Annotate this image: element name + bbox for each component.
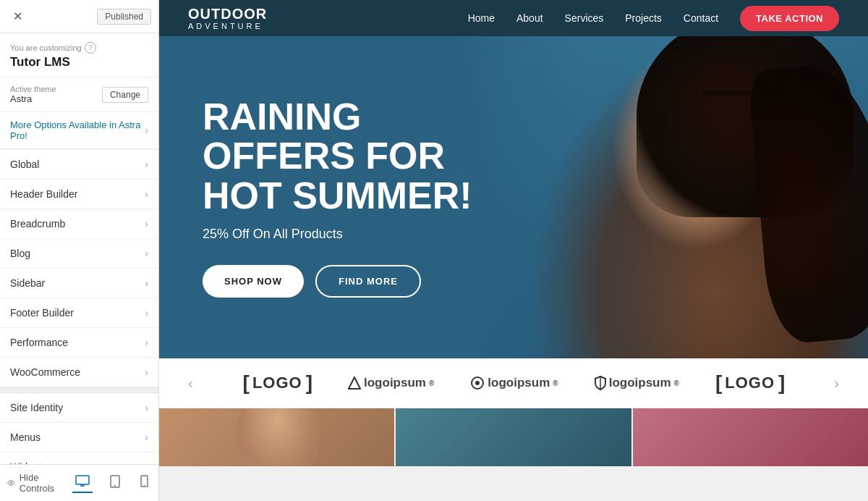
top-bar: ✕ Published <box>0 0 158 33</box>
svg-point-5 <box>114 485 116 487</box>
svg-rect-1 <box>76 476 89 484</box>
nav-services[interactable]: Services <box>565 12 604 24</box>
hero-buttons: SHOP NOW FIND MORE <box>203 265 472 298</box>
card-1 <box>159 408 394 466</box>
menu-item-blog[interactable]: Blog › <box>0 239 158 269</box>
card-3 <box>633 408 868 466</box>
chevron-right-icon: › <box>145 277 148 289</box>
menu-item-breadcrumb[interactable]: Breadcrumb › <box>0 209 158 239</box>
chevron-right-icon: › <box>145 125 148 136</box>
menu-item-header-builder[interactable]: Header Builder › <box>0 180 158 209</box>
eye-icon <box>7 477 15 489</box>
chevron-right-icon: › <box>145 431 148 443</box>
nav-links: Home About Services Projects Contact TAK… <box>468 6 839 31</box>
logo-item-2: logoipsum ® <box>348 376 434 390</box>
menu-item-widgets[interactable]: Widgets › <box>0 452 158 464</box>
logo-items: [ LOGO ] logoipsum ® logoipsum ® <box>243 371 785 395</box>
logo-item-4: logoipsum ® <box>595 376 679 390</box>
chevron-right-icon: › <box>145 248 148 259</box>
active-theme-label: Active theme <box>10 85 56 93</box>
shop-now-button[interactable]: SHOP NOW <box>203 265 304 298</box>
nav-about[interactable]: About <box>516 12 543 24</box>
logoipsum-icon-3 <box>595 376 606 390</box>
hero-subtitle: 25% Off On All Products <box>203 227 472 242</box>
customizing-label: You are customizing ? <box>10 42 148 54</box>
menu-item-site-identity[interactable]: Site Identity › <box>0 393 158 423</box>
theme-row: Active theme Astra Change <box>0 77 158 112</box>
change-theme-button[interactable]: Change <box>102 87 148 103</box>
promo-text: More Options Available in Astra Pro! <box>10 119 145 141</box>
logos-next-arrow[interactable]: › <box>834 375 839 392</box>
svg-point-7 <box>144 484 145 486</box>
svg-point-0 <box>10 482 12 484</box>
logo-line2: ADVENTURE <box>188 22 267 30</box>
tablet-icon <box>110 475 120 488</box>
close-button[interactable]: ✕ <box>7 7 27 27</box>
promo-row[interactable]: More Options Available in Astra Pro! › <box>0 112 158 150</box>
menu-item-footer-builder[interactable]: Footer Builder › <box>0 298 158 328</box>
published-badge: Published <box>97 9 151 25</box>
site-title: Tutor LMS <box>10 55 148 70</box>
desktop-view-button[interactable] <box>72 473 93 493</box>
menu-item-woocommerce[interactable]: WooCommerce › <box>0 358 158 387</box>
hero-section: RAINING OFFERS FOR HOT SUMMER! 25% Off O… <box>159 36 868 358</box>
preview-area: OUTDOOR ADVENTURE Home About Services Pr… <box>159 0 868 501</box>
chevron-right-icon: › <box>145 188 148 200</box>
mobile-icon <box>140 475 148 487</box>
logo-item-1: [ LOGO ] <box>243 371 312 395</box>
menu-item-performance[interactable]: Performance › <box>0 328 158 358</box>
nav-contact[interactable]: Contact <box>684 12 718 24</box>
card-2 <box>396 408 631 466</box>
find-more-button[interactable]: FIND MORE <box>315 265 421 298</box>
menu-item-global[interactable]: Global › <box>0 150 158 180</box>
chevron-right-icon: › <box>145 159 148 170</box>
hide-controls-button[interactable]: Hide Controls <box>7 472 58 494</box>
logo-item-5: [ LOGO ] <box>715 371 784 395</box>
hero-content: RAINING OFFERS FOR HOT SUMMER! 25% Off O… <box>159 97 516 298</box>
mobile-view-button[interactable] <box>137 473 151 492</box>
theme-name: Astra <box>10 93 56 104</box>
menu-list: Global › Header Builder › Breadcrumb › B… <box>0 150 158 464</box>
theme-info: Active theme Astra <box>10 85 56 104</box>
cards-section <box>159 408 868 466</box>
chevron-right-icon: › <box>145 402 148 413</box>
logo-item-3: logoipsum ® <box>470 376 558 390</box>
cta-button[interactable]: TAKE ACTION <box>740 6 839 31</box>
site-logo: OUTDOOR ADVENTURE <box>188 6 267 30</box>
customizer-info: You are customizing ? Tutor LMS <box>0 33 158 77</box>
logos-prev-arrow[interactable]: ‹ <box>188 375 193 392</box>
chevron-right-icon: › <box>145 366 148 378</box>
chevron-right-icon: › <box>145 218 148 230</box>
hide-controls-label: Hide Controls <box>20 472 59 494</box>
logos-section: ‹ [ LOGO ] logoipsum ® <box>159 358 868 408</box>
logoipsum-icon-1 <box>348 376 361 390</box>
customizer-panel: ✕ Published You are customizing ? Tutor … <box>0 0 159 501</box>
nav-home[interactable]: Home <box>468 12 495 24</box>
hero-title: RAINING OFFERS FOR HOT SUMMER! <box>203 97 472 216</box>
info-icon[interactable]: ? <box>85 42 96 54</box>
menu-item-sidebar[interactable]: Sidebar › <box>0 269 158 298</box>
desktop-icon <box>75 475 90 487</box>
logoipsum-icon-2 <box>470 376 485 390</box>
bottom-bar: Hide Controls <box>0 464 158 501</box>
logo-line1: OUTDOOR <box>188 6 267 22</box>
site-header: OUTDOOR ADVENTURE Home About Services Pr… <box>159 0 868 36</box>
svg-point-10 <box>475 381 480 385</box>
menu-divider <box>0 387 158 393</box>
tablet-view-button[interactable] <box>107 473 123 493</box>
menu-item-menus[interactable]: Menus › <box>0 423 158 452</box>
nav-projects[interactable]: Projects <box>625 12 662 24</box>
chevron-right-icon: › <box>145 307 148 319</box>
chevron-right-icon: › <box>145 337 148 348</box>
svg-marker-8 <box>349 377 360 389</box>
